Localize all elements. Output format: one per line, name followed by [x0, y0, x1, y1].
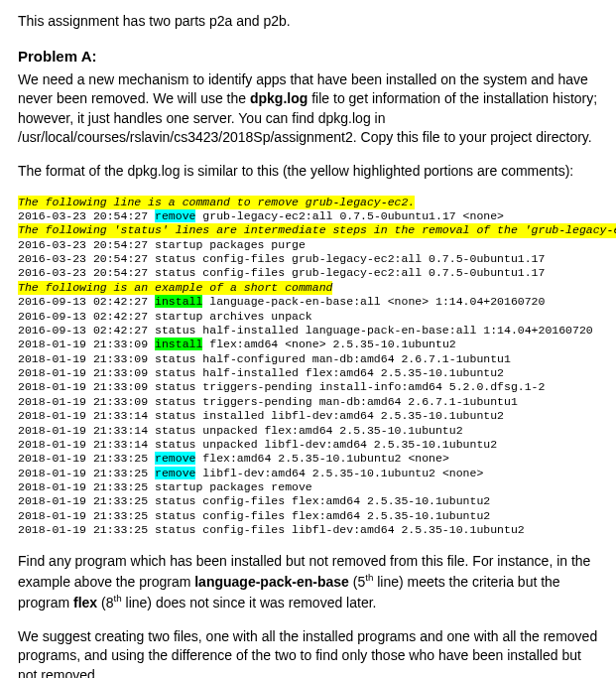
log-line: The following 'status' lines are interme… [18, 223, 598, 237]
problem-a-para1: We need a new mechanism to identify apps… [18, 70, 598, 148]
log-line: 2018-01-19 21:33:25 remove flex:amd64 2.… [18, 452, 598, 466]
log-comment: The following 'status' lines are interme… [18, 223, 616, 237]
lang-pack-bold: language-pack-en-base [194, 574, 349, 590]
log-install-cmd: install [155, 338, 202, 350]
log-line: 2018-01-19 21:33:14 status installed lib… [18, 409, 598, 423]
log-line: 2018-01-19 21:33:09 status half-installe… [18, 366, 598, 380]
log-line: 2016-03-23 20:54:27 status config-files … [18, 266, 598, 280]
log-line: 2016-09-13 02:42:27 install language-pac… [18, 295, 598, 309]
log-timestamp: 2016-03-23 20:54:27 [18, 209, 155, 222]
problem-a-para2: The format of the dpkg.log is similar to… [18, 162, 598, 182]
log-remove-cmd: remove [155, 467, 195, 479]
log-line: 2018-01-19 21:33:14 status unpacked flex… [18, 424, 598, 438]
dpkg-bold: dpkg.log [250, 90, 308, 106]
log-line: 2018-01-19 21:33:25 remove libfl-dev:amd… [18, 467, 598, 480]
log-comment: The following line is a command to remov… [18, 196, 415, 209]
log-line: 2018-01-19 21:33:25 status config-files … [18, 523, 598, 537]
log-line: 2016-03-23 20:54:27 startup packages pur… [18, 238, 598, 252]
log-line: 2016-09-13 02:42:27 status half-installe… [18, 324, 598, 338]
log-timestamp: 2018-01-19 21:33:09 [18, 338, 155, 350]
log-timestamp: 2018-01-19 21:33:25 [18, 467, 155, 479]
log-rest: libfl-dev:amd64 2.5.35-10.1ubuntu2 <none… [195, 467, 483, 479]
problem-a-para4: We suggest creating two files, one with … [18, 627, 598, 678]
log-rest: flex:amd64 2.5.35-10.1ubuntu2 <none> [195, 452, 448, 465]
log-line: 2018-01-19 21:33:09 status triggers-pend… [18, 380, 598, 394]
log-line: 2018-01-19 21:33:25 status config-files … [18, 494, 598, 508]
log-line: 2018-01-19 21:33:14 status unpacked libf… [18, 438, 598, 452]
log-line: 2018-01-19 21:33:09 status half-configur… [18, 352, 598, 366]
problem-a-heading: Problem A: [18, 46, 598, 67]
intro-text: This assignment has two parts p2a and p2… [18, 12, 598, 32]
log-line: The following line is a command to remov… [18, 196, 598, 209]
log-rest: flex:amd64 <none> 2.5.35-10.1ubuntu2 [202, 338, 455, 350]
log-timestamp: 2018-01-19 21:33:25 [18, 452, 155, 465]
log-line: 2016-09-13 02:42:27 startup archives unp… [18, 310, 598, 324]
log-line: 2018-01-19 21:33:25 startup packages rem… [18, 480, 598, 494]
flex-bold: flex [73, 595, 97, 610]
p3d: (8 [97, 595, 113, 610]
sup-8th: th [114, 593, 122, 604]
log-line: 2016-03-23 20:54:27 remove grub-legacy-e… [18, 209, 598, 223]
log-line: 2016-03-23 20:54:27 status config-files … [18, 252, 598, 266]
log-remove-cmd: remove [155, 452, 195, 465]
log-rest: grub-legacy-ec2:all 0.7.5-0ubuntu1.17 <n… [195, 209, 504, 222]
problem-a-para3: Find any program which has been installe… [18, 552, 598, 613]
log-line: 2018-01-19 21:33:09 status triggers-pend… [18, 395, 598, 409]
log-line: The following is an example of a short c… [18, 281, 598, 295]
log-timestamp: 2016-09-13 02:42:27 [18, 295, 155, 308]
log-remove-cmd: remove [155, 209, 195, 222]
p3b: (5 [349, 574, 365, 590]
log-line: 2018-01-19 21:33:25 status config-files … [18, 509, 598, 523]
p3e: line) does not since it was removed late… [122, 595, 377, 610]
log-install-cmd: install [155, 295, 202, 308]
log-rest: language-pack-en-base:all <none> 1:14.04… [202, 295, 545, 308]
log-line: 2018-01-19 21:33:09 install flex:amd64 <… [18, 338, 598, 351]
dpkg-log-block: The following line is a command to remov… [18, 196, 598, 538]
log-comment: The following is an example of a short c… [18, 281, 332, 295]
